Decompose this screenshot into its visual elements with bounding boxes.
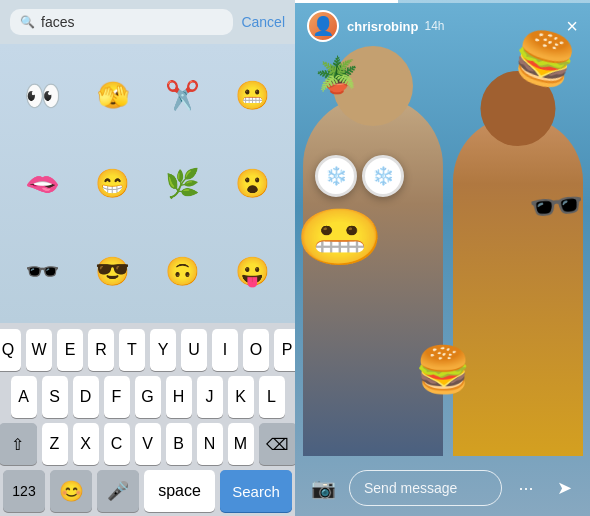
sticker-item[interactable]: 🌿 [150, 142, 216, 226]
key-i[interactable]: I [212, 329, 238, 371]
camera-icon: 📷 [311, 476, 336, 500]
key-u[interactable]: U [181, 329, 207, 371]
space-key[interactable]: space [144, 470, 215, 512]
sticker-item[interactable]: ✂️ [150, 54, 216, 138]
time-ago-label: 14h [425, 19, 445, 33]
search-bar: 🔍 Cancel [0, 0, 295, 44]
key-g[interactable]: G [135, 376, 161, 418]
key-e[interactable]: E [57, 329, 83, 371]
emoji-icon: 😊 [59, 479, 84, 503]
key-l[interactable]: L [259, 376, 285, 418]
send-icon: ➤ [557, 477, 572, 499]
num-label: 123 [12, 483, 35, 499]
key-v[interactable]: V [135, 423, 161, 465]
left-panel: 🔍 Cancel 👀 🫣 ✂️ 😬 🫦 😁 🌿 😮 🕶️ 😎 🙃 😛 Q W E… [0, 0, 295, 516]
key-h[interactable]: H [166, 376, 192, 418]
camera-button[interactable]: 📷 [307, 472, 339, 504]
message-input[interactable]: Send message [349, 470, 502, 506]
key-f[interactable]: F [104, 376, 130, 418]
sticker-item[interactable]: 😮 [219, 142, 285, 226]
sticker-item[interactable]: 😁 [80, 142, 146, 226]
key-b[interactable]: B [166, 423, 192, 465]
eye-ball-left: ❄️ [315, 155, 357, 197]
search-input-wrapper[interactable]: 🔍 [10, 9, 233, 35]
sticker-item[interactable]: 🕶️ [10, 229, 76, 313]
keyboard-bottom-row: 123 😊 🎤 space Search [3, 470, 292, 512]
story-background: 👤 chrisrobinp 14h × 🍔 🪴 🍔 ❄️ ❄️ 😬 🕶️ 📷 [295, 0, 590, 516]
sticker-item[interactable]: 🙃 [150, 229, 216, 313]
message-placeholder: Send message [364, 480, 457, 496]
key-m[interactable]: M [228, 423, 254, 465]
key-z[interactable]: Z [42, 423, 68, 465]
sticker-item[interactable]: 😬 [219, 54, 285, 138]
key-n[interactable]: N [197, 423, 223, 465]
keyboard: Q W E R T Y U I O P A S D F G H J K L ⇧ … [0, 323, 295, 516]
sticker-item[interactable]: 👀 [10, 54, 76, 138]
key-o[interactable]: O [243, 329, 269, 371]
key-c[interactable]: C [104, 423, 130, 465]
send-button[interactable]: ➤ [550, 474, 578, 502]
sticker-item[interactable]: 🫣 [80, 54, 146, 138]
more-icon: ··· [518, 478, 533, 499]
key-a[interactable]: A [11, 376, 37, 418]
ar-eyes: ❄️ ❄️ [315, 155, 404, 197]
keyboard-row-2: A S D F G H J K L [3, 376, 292, 418]
key-w[interactable]: W [26, 329, 52, 371]
right-panel: 👤 chrisrobinp 14h × 🍔 🪴 🍔 ❄️ ❄️ 😬 🕶️ 📷 [295, 0, 590, 516]
key-x[interactable]: X [73, 423, 99, 465]
key-t[interactable]: T [119, 329, 145, 371]
username-label: chrisrobinp [347, 19, 419, 34]
close-icon[interactable]: × [566, 15, 578, 38]
keyboard-row-1: Q W E R T Y U I O P [3, 329, 292, 371]
burger-sticker-bottom: 🍔 [415, 343, 471, 396]
sticker-item[interactable]: 😛 [219, 229, 285, 313]
mic-key[interactable]: 🎤 [97, 470, 139, 512]
eye-ball-right: ❄️ [362, 155, 404, 197]
key-q[interactable]: Q [0, 329, 21, 371]
cancel-button[interactable]: Cancel [241, 14, 285, 30]
sticker-item[interactable]: 😎 [80, 229, 146, 313]
key-j[interactable]: J [197, 376, 223, 418]
story-bottom-bar: 📷 Send message ··· ➤ [295, 460, 590, 516]
key-d[interactable]: D [73, 376, 99, 418]
num-key[interactable]: 123 [3, 470, 45, 512]
avatar: 👤 [307, 10, 339, 42]
ar-glasses: 🕶️ [527, 178, 587, 236]
person-left [303, 96, 443, 456]
key-s[interactable]: S [42, 376, 68, 418]
key-y[interactable]: Y [150, 329, 176, 371]
emoji-key[interactable]: 😊 [50, 470, 92, 512]
delete-key[interactable]: ⌫ [259, 423, 297, 465]
sticker-grid: 👀 🫣 ✂️ 😬 🫦 😁 🌿 😮 🕶️ 😎 🙃 😛 [0, 44, 295, 323]
space-label: space [158, 482, 201, 500]
search-icon: 🔍 [20, 15, 35, 29]
key-r[interactable]: R [88, 329, 114, 371]
search-label: Search [232, 483, 280, 500]
search-key[interactable]: Search [220, 470, 292, 512]
shift-key[interactable]: ⇧ [0, 423, 37, 465]
person-right [453, 116, 583, 456]
ar-mouth: 😬 [295, 205, 384, 270]
key-k[interactable]: K [228, 376, 254, 418]
sticker-item[interactable]: 🫦 [10, 142, 76, 226]
plant-sticker: 🪴 [315, 55, 359, 96]
mic-icon: 🎤 [107, 480, 129, 502]
more-options-button[interactable]: ··· [512, 474, 540, 502]
search-input[interactable] [41, 14, 223, 30]
keyboard-row-3: ⇧ Z X C V B N M ⌫ [3, 423, 292, 465]
